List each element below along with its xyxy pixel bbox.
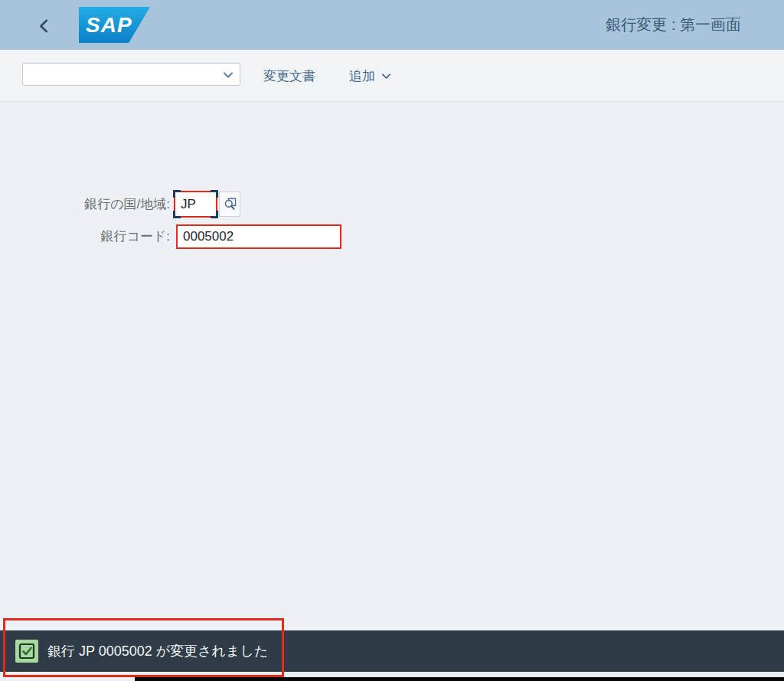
screen-edge-strip — [135, 677, 784, 681]
change-documents-button[interactable]: 変更文書 — [263, 50, 315, 102]
bank-country-field — [174, 191, 217, 218]
status-message-bar[interactable]: 銀行 JP 0005002 が変更されました — [0, 630, 784, 672]
status-message: 銀行 JP 0005002 が変更されました — [47, 642, 268, 660]
back-button[interactable] — [34, 15, 55, 37]
add-menu-button[interactable]: 追加 — [349, 50, 392, 102]
bank-country-input[interactable] — [174, 191, 217, 218]
bank-code-input[interactable] — [176, 224, 341, 249]
main-content: 銀行の国/地域: 銀行コード: — [0, 103, 784, 630]
bottom-light-strip — [0, 672, 784, 677]
sap-logo[interactable]: SAP — [79, 7, 150, 43]
transaction-combobox[interactable] — [22, 63, 240, 86]
toolbar: 変更文書 追加 — [0, 50, 784, 102]
chevron-left-icon — [36, 18, 53, 34]
shell-header: SAP 銀行変更 : 第一画面 — [0, 0, 784, 50]
change-documents-label: 変更文書 — [263, 67, 315, 85]
value-help-magnifier-icon — [224, 198, 237, 211]
success-checkbox-icon — [15, 640, 38, 663]
sap-gui-page: SAP 銀行変更 : 第一画面 変更文書 追加 銀行の国/地域 — [0, 0, 784, 681]
chevron-down-icon — [381, 70, 392, 82]
field-label-bank-code: 銀行コード: — [0, 224, 170, 249]
field-label-bank-country: 銀行の国/地域: — [0, 191, 170, 218]
sap-logo-text: SAP — [86, 13, 132, 38]
chevron-down-icon[interactable] — [222, 69, 234, 84]
transaction-combobox-input[interactable] — [23, 64, 240, 85]
add-menu-label: 追加 — [349, 67, 375, 85]
value-help-button[interactable] — [219, 192, 240, 217]
page-title: 銀行変更 : 第一画面 — [606, 0, 741, 50]
